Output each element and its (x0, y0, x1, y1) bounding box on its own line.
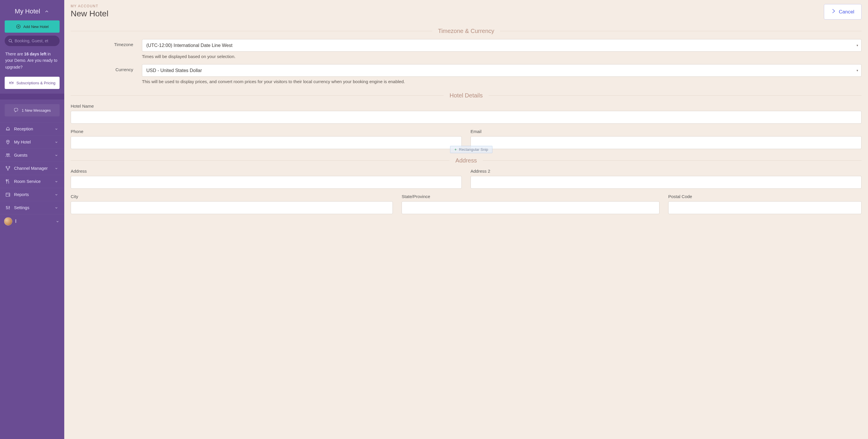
svg-point-2 (7, 141, 8, 142)
bell-icon (5, 126, 10, 132)
timezone-help: Times will be displayed based on your se… (142, 54, 862, 59)
chevron-down-icon (54, 166, 59, 171)
search-wrap (5, 36, 60, 46)
chevron-down-icon (55, 219, 60, 224)
subscriptions-pricing-label: Subscriptions & Pricing (17, 81, 56, 85)
timezone-label: Timezone (71, 39, 133, 47)
sidebar-item-reports[interactable]: Reports (0, 188, 64, 201)
demo-text-before: There are (5, 52, 24, 56)
email-input[interactable] (470, 136, 862, 149)
chevron-down-icon (54, 153, 59, 158)
calendar-report-icon (5, 192, 10, 197)
postal-input[interactable] (668, 201, 862, 214)
svg-point-3 (6, 154, 8, 155)
section-heading-timezone-currency: Timezone & Currency (71, 28, 862, 34)
state-input[interactable] (402, 201, 659, 214)
page-title: New Hotel (71, 9, 108, 19)
phone-input[interactable] (71, 136, 462, 149)
email-label: Email (470, 129, 862, 134)
cancel-label: Cancel (839, 9, 854, 15)
address-label: Address (71, 169, 462, 174)
people-icon (5, 153, 10, 158)
demo-days-left: 16 days left (24, 52, 46, 56)
nav-label: Reception (14, 127, 33, 131)
sidebar-divider (0, 94, 64, 99)
branch-icon (5, 166, 10, 171)
add-hotel-label: Add New Hotel (23, 25, 49, 29)
cancel-button[interactable]: Cancel (824, 4, 862, 20)
sidebar-item-guests[interactable]: Guests (0, 148, 64, 162)
sidebar-item-reception[interactable]: Reception (0, 122, 64, 135)
cutlery-icon (5, 179, 10, 184)
add-hotel-button[interactable]: Add New Hotel (5, 21, 60, 33)
nav-label: Reports (14, 192, 29, 197)
snip-label: Rectangular Snip (459, 147, 488, 152)
avatar (4, 217, 12, 226)
pin-icon (5, 139, 10, 145)
nav-label: Settings (14, 205, 29, 210)
user-menu[interactable]: I (0, 214, 64, 228)
breadcrumb: MY ACCOUNT (71, 4, 108, 8)
address2-label: Address 2 (470, 169, 862, 174)
svg-point-4 (8, 154, 9, 155)
address-input[interactable] (71, 176, 462, 189)
svg-point-5 (6, 166, 7, 167)
currency-label: Currency (71, 64, 133, 72)
currency-help: This will be used to display prices, and… (142, 79, 862, 84)
svg-rect-8 (6, 193, 10, 197)
nav-list: Reception My Hotel Guests Channel Manage… (0, 122, 64, 214)
hotel-switcher[interactable]: My Hotel (5, 5, 60, 21)
messages-label: 1 New Messages (22, 108, 51, 112)
svg-point-6 (9, 166, 10, 167)
user-initial: I (15, 219, 17, 224)
sidebar-item-settings[interactable]: Settings (0, 201, 64, 214)
postal-label: Postal Code (668, 194, 862, 199)
main-content: MY ACCOUNT New Hotel Cancel Timezone & C… (64, 0, 868, 439)
crown-icon (9, 80, 14, 86)
nav-label: Guests (14, 153, 27, 158)
chevron-right-icon (831, 8, 836, 15)
sidebar-item-room-service[interactable]: Room Service (0, 175, 64, 188)
chevron-down-icon (54, 126, 59, 132)
sidebar: My Hotel Add New Hotel There are 16 days… (0, 0, 64, 439)
hotel-switcher-label: My Hotel (15, 8, 40, 15)
phone-label: Phone (71, 129, 462, 134)
plus-circle-icon (16, 24, 21, 29)
nav-label: Channel Manager (14, 166, 48, 171)
chevron-up-icon (44, 9, 49, 14)
state-label: State/Province (402, 194, 659, 199)
chevron-down-icon (54, 179, 59, 184)
plus-icon: + (455, 147, 457, 152)
subscriptions-pricing-button[interactable]: Subscriptions & Pricing (5, 77, 60, 89)
section-heading-address: Address (71, 157, 862, 164)
nav-label: My Hotel (14, 140, 31, 144)
timezone-select[interactable]: (UTC-12:00) International Date Line West (142, 39, 862, 52)
section-heading-hotel-details: Hotel Details (71, 92, 862, 99)
svg-point-10 (8, 208, 8, 209)
svg-point-7 (7, 169, 8, 170)
search-icon (8, 38, 13, 43)
currency-select[interactable]: USD - United States Dollar (142, 64, 862, 77)
svg-point-11 (9, 207, 10, 208)
chevron-down-icon (54, 205, 59, 210)
city-input[interactable] (71, 201, 393, 214)
sidebar-item-channel-manager[interactable]: Channel Manager (0, 162, 64, 175)
demo-notice: There are 16 days left in your Demo. Are… (0, 47, 64, 75)
sidebar-item-my-hotel[interactable]: My Hotel (0, 135, 64, 148)
sliders-icon (5, 205, 10, 210)
snip-tool-overlay: + Rectangular Snip (450, 146, 492, 153)
hotel-name-input[interactable] (71, 111, 862, 124)
chevron-down-icon (54, 192, 59, 197)
city-label: City (71, 194, 393, 199)
messages-button[interactable]: 1 New Messages (5, 104, 60, 116)
chevron-down-icon (54, 139, 59, 145)
nav-label: Room Service (14, 179, 40, 184)
hotel-name-label: Hotel Name (71, 104, 862, 108)
search-input[interactable] (14, 38, 56, 43)
address2-input[interactable] (470, 176, 862, 189)
chat-icon (13, 108, 19, 113)
svg-point-9 (6, 206, 7, 207)
